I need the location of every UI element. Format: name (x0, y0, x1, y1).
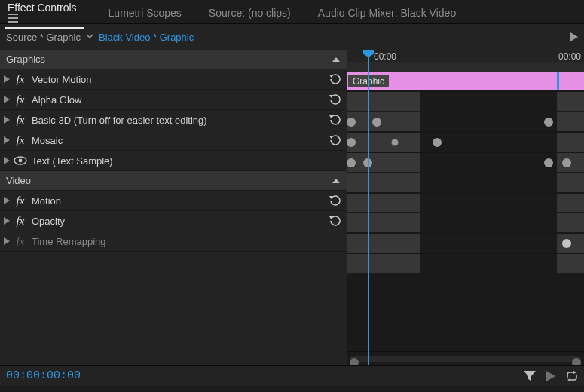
svg-marker-24 (573, 371, 576, 374)
svg-marker-7 (4, 96, 10, 103)
timeline-row[interactable] (347, 92, 584, 112)
effect-label: Mosaic (29, 135, 327, 146)
effect-label: Vector Motion (29, 74, 327, 85)
tab-lumetri-scopes[interactable]: Lumetri Scopes (105, 1, 185, 23)
effect-row-vector-motion[interactable]: fx Vector Motion (0, 69, 347, 90)
effect-row-basic-3d[interactable]: fx Basic 3D (Turn off for easier text ed… (0, 110, 347, 130)
timeline-row-graphic[interactable]: Graphic (347, 72, 584, 92)
effect-label: Basic 3D (Turn off for easier text editi… (29, 115, 327, 126)
effect-label: Opacity (29, 216, 327, 227)
hamburger-icon[interactable] (8, 14, 81, 23)
reset-icon[interactable] (327, 73, 344, 85)
section-title: Video (6, 175, 332, 186)
keyframe-marker[interactable] (347, 118, 356, 127)
play-audio-icon[interactable] (546, 371, 555, 381)
timeline-band (557, 112, 584, 131)
timeline-row[interactable] (347, 173, 584, 194)
effect-label: Motion (29, 195, 327, 207)
tab-effect-controls[interactable]: Effect Controls (5, 0, 84, 29)
timeline-row-section (347, 194, 584, 213)
play-icon[interactable] (570, 32, 578, 41)
keyframe-marker[interactable] (544, 158, 553, 167)
clip-item-label[interactable]: Black Video * Graphic (99, 32, 194, 43)
reset-icon[interactable] (327, 114, 344, 126)
effect-row-text-layer[interactable]: Text (Text Sample) (0, 151, 347, 171)
disclosure-right-icon[interactable] (2, 116, 12, 124)
fx-badge[interactable]: fx (12, 73, 29, 86)
timeline-row[interactable] (347, 234, 584, 254)
eye-icon[interactable] (12, 156, 29, 165)
keyframe-marker[interactable] (433, 138, 442, 147)
svg-marker-21 (4, 237, 10, 245)
disclosure-right-icon[interactable] (2, 157, 12, 164)
svg-marker-22 (524, 371, 536, 381)
svg-marker-18 (329, 196, 333, 199)
tab-source[interactable]: Source: (no clips) (206, 1, 294, 23)
effect-row-alpha-glow[interactable]: fx Alpha Glow (0, 90, 347, 110)
svg-marker-3 (570, 32, 578, 41)
loop-icon[interactable] (566, 371, 578, 381)
svg-marker-12 (329, 136, 333, 139)
keyframe-marker[interactable] (347, 138, 356, 147)
tab-audio-clip-mixer[interactable]: Audio Clip Mixer: Black Video (315, 1, 459, 23)
reset-icon[interactable] (327, 134, 344, 146)
playhead[interactable] (368, 50, 369, 365)
keyframe-marker[interactable] (372, 118, 381, 127)
timeline-ruler[interactable]: 00:00 00:00 (347, 50, 584, 72)
effect-row-opacity[interactable]: fx Opacity (0, 211, 347, 231)
disclosure-right-icon[interactable] (2, 136, 12, 144)
timeline-band (347, 234, 420, 253)
graphic-in-handle[interactable] (557, 72, 559, 90)
fx-badge[interactable]: fx (12, 93, 29, 106)
disclosure-right-icon[interactable] (2, 237, 12, 245)
section-title: Graphics (6, 54, 332, 65)
range-handle-right[interactable] (572, 358, 581, 365)
timeline-band (557, 194, 584, 212)
range-handle-left[interactable] (350, 358, 359, 365)
keyframe-marker[interactable] (562, 239, 571, 248)
fx-badge[interactable]: fx (12, 134, 29, 147)
fx-badge[interactable]: fx (12, 114, 29, 127)
svg-marker-4 (332, 57, 340, 62)
keyframe-marker[interactable] (392, 139, 399, 146)
timeline-band (347, 112, 420, 131)
source-item-label[interactable]: Source * Graphic (6, 32, 81, 43)
filter-icon[interactable] (524, 371, 536, 381)
keyframe-marker[interactable] (562, 158, 571, 167)
effect-row-motion[interactable]: fx Motion (0, 191, 347, 211)
disclosure-right-icon[interactable] (2, 75, 12, 83)
reset-icon[interactable] (327, 93, 344, 106)
caret-up-icon[interactable] (332, 56, 341, 63)
section-graphics-header[interactable]: Graphics (0, 50, 347, 69)
effect-row-time-remapping[interactable]: fx Time Remapping (0, 231, 347, 252)
keyframe-marker[interactable] (544, 118, 553, 127)
caret-up-icon[interactable] (332, 177, 341, 185)
timeline-row[interactable] (347, 112, 584, 133)
reset-icon[interactable] (327, 215, 344, 227)
tab-label: Audio Clip Mixer: Black Video (318, 7, 456, 19)
section-video-header[interactable]: Video (0, 171, 347, 191)
fx-badge[interactable]: fx (12, 215, 29, 228)
timeline-row[interactable] (347, 213, 584, 234)
disclosure-right-icon[interactable] (2, 217, 12, 225)
disclosure-right-icon[interactable] (2, 197, 12, 204)
reset-icon[interactable] (327, 194, 344, 207)
svg-marker-5 (4, 75, 10, 83)
svg-marker-10 (329, 115, 333, 118)
svg-marker-25 (567, 378, 570, 381)
fx-badge[interactable]: fx (12, 194, 29, 207)
timeline-range-bar[interactable] (347, 351, 584, 365)
disclosure-right-icon[interactable] (2, 96, 12, 103)
timeline-row[interactable] (347, 254, 584, 274)
effect-label: Alpha Glow (29, 94, 327, 106)
timecode-display[interactable]: 00:00:00:00 (6, 369, 81, 382)
fx-badge[interactable]: fx (12, 235, 29, 248)
tab-label: Effect Controls (8, 2, 77, 14)
effect-row-mosaic[interactable]: fx Mosaic (0, 130, 347, 151)
source-clip-bar: Source * Graphic Black Video * Graphic (0, 24, 584, 50)
ruler-start-label: 00:00 (374, 51, 396, 62)
keyframe-marker[interactable] (347, 158, 356, 167)
timeline-row[interactable] (347, 133, 584, 153)
chevron-down-icon[interactable] (85, 32, 94, 43)
timeline-row[interactable] (347, 153, 584, 173)
